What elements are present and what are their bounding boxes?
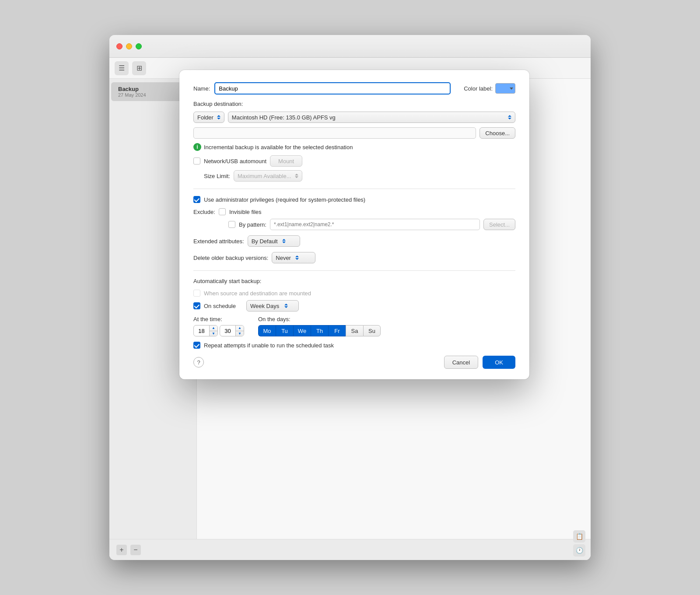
pattern-row: By pattern: Select... bbox=[193, 219, 515, 230]
choose-button[interactable]: Choose... bbox=[480, 127, 515, 139]
color-label: Color label: bbox=[464, 85, 493, 92]
name-row: Name: Color label: bbox=[193, 82, 515, 94]
add-btn[interactable]: + bbox=[116, 545, 127, 555]
delete-select[interactable]: Never bbox=[272, 252, 315, 263]
info-icon: i bbox=[193, 143, 201, 151]
schedule-select[interactable]: Week Days bbox=[246, 300, 299, 312]
extended-attr-select[interactable]: By Default bbox=[248, 235, 300, 247]
bg-footer: + − bbox=[109, 539, 591, 560]
auto-section-label: Automatically start backup: bbox=[193, 278, 515, 284]
cancel-button[interactable]: Cancel bbox=[444, 356, 478, 369]
info-row: i Incremental backup is available for th… bbox=[193, 143, 515, 151]
at-time-label: At the time: bbox=[193, 316, 244, 322]
backup-settings-modal: Name: Color label: Backup destination: F… bbox=[179, 70, 529, 379]
color-swatch-btn[interactable] bbox=[495, 83, 515, 94]
network-usb-checkbox[interactable] bbox=[193, 158, 200, 164]
hour-value: 18 bbox=[194, 326, 210, 336]
minute-up-btn[interactable]: ▲ bbox=[236, 326, 244, 331]
hour-down-btn[interactable]: ▼ bbox=[210, 331, 217, 336]
when-mounted-label: When source and destination are mounted bbox=[204, 290, 311, 297]
day-btn-mo[interactable]: Mo bbox=[258, 325, 276, 336]
pattern-checkbox[interactable] bbox=[228, 221, 235, 228]
admin-checkbox[interactable] bbox=[193, 196, 200, 203]
schedule-down-arrow bbox=[284, 306, 288, 308]
hour-arrows: ▲ ▼ bbox=[210, 326, 217, 336]
network-usb-label: Network/USB automount bbox=[204, 158, 266, 164]
destination-type-select[interactable]: Folder bbox=[193, 112, 224, 123]
invisible-checkbox[interactable] bbox=[219, 208, 226, 215]
on-schedule-label: On schedule bbox=[204, 303, 236, 309]
size-up-arrow bbox=[295, 174, 298, 175]
log-btn[interactable]: 📋 bbox=[573, 530, 585, 542]
destination-volume-select[interactable]: Macintosh HD (Free: 135.0 GB) APFS vg bbox=[228, 112, 515, 123]
modal-footer: ? Cancel OK bbox=[193, 356, 515, 369]
incremental-info-text: Incremental backup is available for the … bbox=[204, 144, 353, 150]
day-btn-we[interactable]: We bbox=[293, 325, 311, 336]
delete-row: Delete older backup versions: Never bbox=[193, 252, 515, 263]
size-down-arrow bbox=[295, 176, 298, 178]
repeat-label: Repeat attempts if unable to run the sch… bbox=[204, 342, 334, 349]
when-mounted-row: When source and destination are mounted bbox=[193, 290, 515, 297]
on-schedule-checkbox[interactable] bbox=[193, 302, 200, 309]
name-label: Name: bbox=[193, 85, 210, 92]
type-down-arrow bbox=[217, 118, 220, 119]
maximize-button[interactable] bbox=[136, 43, 142, 49]
destination-row: Folder Macintosh HD (Free: 135.0 GB) APF… bbox=[193, 112, 515, 123]
admin-row: Use administrator privileges (required f… bbox=[193, 196, 515, 203]
pattern-input[interactable] bbox=[270, 219, 480, 230]
minimize-button[interactable] bbox=[126, 43, 132, 49]
day-btn-su[interactable]: Su bbox=[363, 325, 381, 336]
schedule-up-arrow bbox=[284, 304, 288, 305]
delete-value: Never bbox=[276, 255, 291, 261]
on-days-label: On the days: bbox=[258, 316, 381, 322]
name-input[interactable] bbox=[214, 82, 451, 94]
size-limit-row: Size Limit: Maximum Available... bbox=[193, 170, 515, 182]
hour-up-btn[interactable]: ▲ bbox=[210, 326, 217, 331]
size-limit-value: Maximum Available... bbox=[238, 173, 291, 179]
destination-type-label: Folder bbox=[197, 114, 214, 121]
days-group: On the days: MoTuWeThFrSaSu bbox=[258, 316, 381, 336]
time-group: At the time: 18 ▲ ▼ 30 ▲ bbox=[193, 316, 244, 336]
traffic-lights bbox=[116, 43, 142, 49]
minute-value: 30 bbox=[220, 326, 236, 336]
remove-btn[interactable]: − bbox=[130, 545, 141, 555]
attr-down-arrow bbox=[282, 242, 286, 243]
admin-label: Use administrator privileges (required f… bbox=[204, 196, 365, 203]
minute-down-btn[interactable]: ▼ bbox=[236, 331, 244, 336]
toolbar-list-btn[interactable]: ☰ bbox=[115, 61, 129, 75]
volume-down-arrow bbox=[508, 118, 511, 119]
delete-label: Delete older backup versions: bbox=[193, 255, 268, 261]
delete-down-arrow bbox=[295, 258, 299, 260]
close-button[interactable] bbox=[116, 43, 122, 49]
sidebar-item-title: Backup bbox=[118, 86, 188, 92]
time-input-row: 18 ▲ ▼ 30 ▲ ▼ bbox=[193, 325, 244, 336]
schedule-value: Week Days bbox=[250, 303, 279, 309]
color-label-area: Color label: bbox=[464, 83, 515, 94]
delete-up-arrow bbox=[295, 256, 299, 257]
day-btn-th[interactable]: Th bbox=[311, 325, 328, 336]
day-btn-fr[interactable]: Fr bbox=[328, 325, 346, 336]
divider-2 bbox=[193, 270, 515, 271]
clock-btn[interactable]: 🕐 bbox=[573, 544, 585, 556]
day-btn-tu[interactable]: Tu bbox=[276, 325, 293, 336]
help-button[interactable]: ? bbox=[193, 357, 204, 368]
hour-spinner[interactable]: 18 ▲ ▼ bbox=[193, 325, 218, 336]
type-up-arrow bbox=[217, 115, 220, 117]
toolbar-grid-btn[interactable]: ⊞ bbox=[132, 61, 146, 75]
on-schedule-row: On schedule Week Days bbox=[193, 300, 515, 312]
repeat-row: Repeat attempts if unable to run the sch… bbox=[193, 342, 515, 349]
size-limit-select[interactable]: Maximum Available... bbox=[234, 170, 302, 182]
when-mounted-checkbox[interactable] bbox=[193, 290, 200, 297]
extended-attr-label: Extended attributes: bbox=[193, 238, 244, 245]
day-btn-sa[interactable]: Sa bbox=[346, 325, 363, 336]
repeat-checkbox[interactable] bbox=[193, 342, 200, 349]
network-usb-row: Network/USB automount Mount bbox=[193, 155, 515, 167]
pattern-select-button[interactable]: Select... bbox=[483, 219, 515, 230]
sidebar-item-subtitle: 27 May 2024 bbox=[118, 92, 188, 98]
minute-spinner[interactable]: 30 ▲ ▼ bbox=[220, 325, 244, 336]
exclude-label: Exclude: bbox=[193, 209, 215, 215]
path-input[interactable] bbox=[193, 127, 476, 139]
mount-button[interactable]: Mount bbox=[270, 155, 302, 167]
ok-button[interactable]: OK bbox=[483, 356, 515, 369]
size-limit-label: Size Limit: bbox=[204, 173, 230, 179]
